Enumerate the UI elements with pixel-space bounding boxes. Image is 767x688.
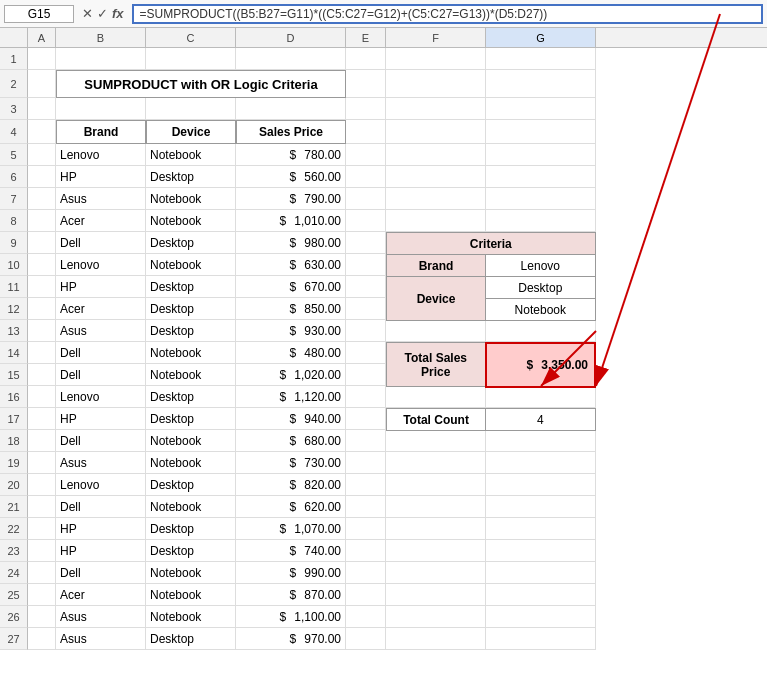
cell-g7[interactable] <box>486 188 596 210</box>
cell-d11[interactable]: $670.00 <box>236 276 346 298</box>
cell-g10[interactable] <box>486 254 596 276</box>
cell-c5[interactable]: Notebook <box>146 144 236 166</box>
cell-e8[interactable] <box>346 210 386 232</box>
cell-e24[interactable] <box>346 562 386 584</box>
cell-a10[interactable] <box>28 254 56 276</box>
cell-g1[interactable] <box>486 48 596 70</box>
col-header-c[interactable]: C <box>146 28 236 47</box>
cell-d8[interactable]: $1,010.00 <box>236 210 346 232</box>
cell-a22[interactable] <box>28 518 56 540</box>
cell-f13[interactable] <box>386 320 486 342</box>
cell-e12[interactable] <box>346 298 386 320</box>
cell-g23[interactable] <box>486 540 596 562</box>
cell-f19[interactable] <box>386 452 486 474</box>
cell-b25[interactable]: Acer <box>56 584 146 606</box>
cell-c23[interactable]: Desktop <box>146 540 236 562</box>
cell-b16[interactable]: Lenovo <box>56 386 146 408</box>
cell-g12[interactable] <box>486 298 596 320</box>
cell-a24[interactable] <box>28 562 56 584</box>
cell-d7[interactable]: $790.00 <box>236 188 346 210</box>
col-header-g[interactable]: G <box>486 28 596 47</box>
cell-f3[interactable] <box>386 98 486 120</box>
cell-c24[interactable]: Notebook <box>146 562 236 584</box>
cell-a13[interactable] <box>28 320 56 342</box>
cell-g18[interactable] <box>486 430 596 452</box>
cell-a25[interactable] <box>28 584 56 606</box>
cell-e20[interactable] <box>346 474 386 496</box>
cell-d23[interactable]: $740.00 <box>236 540 346 562</box>
cell-e7[interactable] <box>346 188 386 210</box>
cell-d4-header[interactable]: Sales Price <box>236 120 346 144</box>
cell-c26[interactable]: Notebook <box>146 606 236 628</box>
cell-c20[interactable]: Desktop <box>146 474 236 496</box>
cell-f24[interactable] <box>386 562 486 584</box>
cell-f2[interactable] <box>386 70 486 98</box>
cell-f9[interactable] <box>386 232 486 254</box>
cell-d5[interactable]: $780.00 <box>236 144 346 166</box>
cancel-icon[interactable]: ✕ <box>82 6 93 21</box>
cell-b3[interactable] <box>56 98 146 120</box>
cell-f8[interactable] <box>386 210 486 232</box>
cell-b4-header[interactable]: Brand <box>56 120 146 144</box>
cell-d1[interactable] <box>236 48 346 70</box>
cell-a5[interactable] <box>28 144 56 166</box>
cell-a1[interactable] <box>28 48 56 70</box>
cell-a23[interactable] <box>28 540 56 562</box>
cell-g26[interactable] <box>486 606 596 628</box>
cell-e14[interactable] <box>346 342 386 364</box>
cell-a20[interactable] <box>28 474 56 496</box>
cell-c6[interactable]: Desktop <box>146 166 236 188</box>
cell-e15[interactable] <box>346 364 386 386</box>
cell-b17[interactable]: HP <box>56 408 146 430</box>
cell-c9[interactable]: Desktop <box>146 232 236 254</box>
cell-a6[interactable] <box>28 166 56 188</box>
cell-g13[interactable] <box>486 320 596 342</box>
cell-c7[interactable]: Notebook <box>146 188 236 210</box>
cell-a14[interactable] <box>28 342 56 364</box>
cell-a3[interactable] <box>28 98 56 120</box>
cell-f23[interactable] <box>386 540 486 562</box>
cell-e17[interactable] <box>346 408 386 430</box>
cell-e26[interactable] <box>346 606 386 628</box>
cell-c22[interactable]: Desktop <box>146 518 236 540</box>
cell-g6[interactable] <box>486 166 596 188</box>
cell-e4[interactable] <box>346 120 386 144</box>
cell-e11[interactable] <box>346 276 386 298</box>
cell-d22[interactable]: $1,070.00 <box>236 518 346 540</box>
cell-d9[interactable]: $980.00 <box>236 232 346 254</box>
cell-reference-box[interactable] <box>4 5 74 23</box>
cell-f17[interactable] <box>386 408 486 430</box>
cell-d6[interactable]: $560.00 <box>236 166 346 188</box>
cell-b7[interactable]: Asus <box>56 188 146 210</box>
cell-c14[interactable]: Notebook <box>146 342 236 364</box>
cell-b18[interactable]: Dell <box>56 430 146 452</box>
cell-a19[interactable] <box>28 452 56 474</box>
cell-c17[interactable]: Desktop <box>146 408 236 430</box>
cell-e19[interactable] <box>346 452 386 474</box>
cell-a12[interactable] <box>28 298 56 320</box>
cell-d3[interactable] <box>236 98 346 120</box>
cell-b6[interactable]: HP <box>56 166 146 188</box>
col-header-a[interactable]: A <box>28 28 56 47</box>
cell-d21[interactable]: $620.00 <box>236 496 346 518</box>
cell-g2[interactable] <box>486 70 596 98</box>
cell-b15[interactable]: Dell <box>56 364 146 386</box>
cell-f22[interactable] <box>386 518 486 540</box>
cell-d27[interactable]: $970.00 <box>236 628 346 650</box>
cell-b24[interactable]: Dell <box>56 562 146 584</box>
cell-f11[interactable] <box>386 276 486 298</box>
cell-b19[interactable]: Asus <box>56 452 146 474</box>
cell-f12[interactable] <box>386 298 486 320</box>
cell-g14[interactable] <box>486 342 596 364</box>
cell-d17[interactable]: $940.00 <box>236 408 346 430</box>
cell-d20[interactable]: $820.00 <box>236 474 346 496</box>
cell-g20[interactable] <box>486 474 596 496</box>
cell-d12[interactable]: $850.00 <box>236 298 346 320</box>
cell-b27[interactable]: Asus <box>56 628 146 650</box>
cell-d15[interactable]: $1,020.00 <box>236 364 346 386</box>
cell-c15[interactable]: Notebook <box>146 364 236 386</box>
cell-e5[interactable] <box>346 144 386 166</box>
cell-b5[interactable]: Lenovo <box>56 144 146 166</box>
cell-f7[interactable] <box>386 188 486 210</box>
cell-e3[interactable] <box>346 98 386 120</box>
